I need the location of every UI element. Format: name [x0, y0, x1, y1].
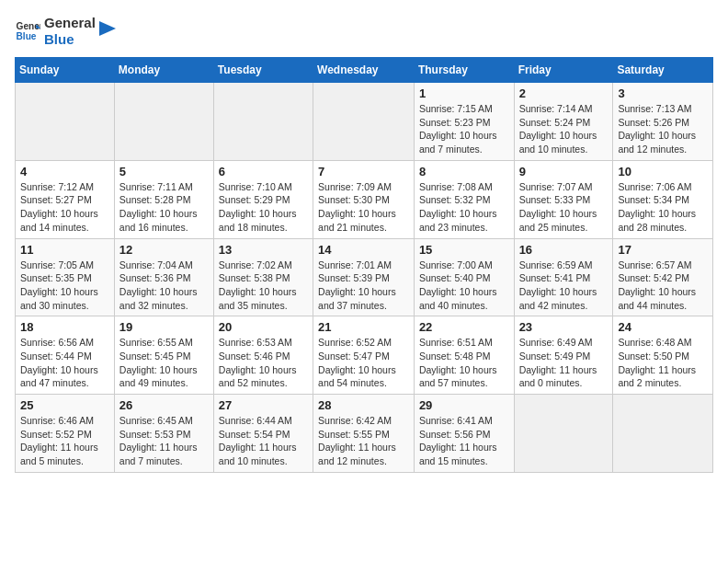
calendar-cell: 5Sunrise: 7:11 AMSunset: 5:28 PMDaylight… [114, 160, 213, 238]
day-number: 14 [318, 243, 409, 257]
day-info: Sunrise: 7:09 AMSunset: 5:30 PMDaylight:… [318, 180, 409, 235]
calendar-week-row: 25Sunrise: 6:46 AMSunset: 5:52 PMDayligh… [16, 395, 713, 473]
calendar-cell [16, 83, 115, 161]
day-number: 8 [419, 165, 509, 178]
calendar-cell [313, 83, 415, 161]
calendar-cell: 7Sunrise: 7:09 AMSunset: 5:30 PMDaylight… [313, 160, 415, 238]
calendar-week-row: 1Sunrise: 7:15 AMSunset: 5:23 PMDaylight… [16, 83, 713, 161]
svg-marker-3 [99, 21, 116, 36]
weekday-header-row: SundayMondayTuesdayWednesdayThursdayFrid… [16, 58, 713, 83]
day-number: 4 [20, 165, 109, 178]
day-info: Sunrise: 7:02 AMSunset: 5:38 PMDaylight:… [219, 259, 308, 313]
day-number: 22 [419, 320, 509, 334]
day-number: 19 [119, 320, 209, 334]
calendar-cell: 17Sunrise: 6:57 AMSunset: 5:42 PMDayligh… [613, 238, 713, 316]
calendar-cell: 3Sunrise: 7:13 AMSunset: 5:26 PMDaylight… [613, 83, 713, 161]
day-number: 1 [419, 86, 509, 100]
day-info: Sunrise: 7:07 AMSunset: 5:33 PMDaylight:… [519, 180, 609, 235]
day-number: 17 [618, 243, 708, 257]
weekday-header-tuesday: Tuesday [213, 58, 313, 83]
calendar-cell: 8Sunrise: 7:08 AMSunset: 5:32 PMDaylight… [414, 160, 514, 238]
logo-blue: Blue [44, 31, 96, 48]
weekday-header-wednesday: Wednesday [313, 58, 415, 83]
logo-flag-icon [99, 21, 116, 41]
day-info: Sunrise: 7:14 AMSunset: 5:24 PMDaylight:… [519, 102, 609, 156]
weekday-header-sunday: Sunday [16, 58, 115, 83]
day-info: Sunrise: 6:49 AMSunset: 5:49 PMDaylight:… [519, 336, 609, 390]
day-info: Sunrise: 7:01 AMSunset: 5:39 PMDaylight:… [318, 259, 409, 313]
day-number: 20 [219, 320, 308, 334]
day-number: 28 [318, 398, 409, 412]
calendar-cell: 13Sunrise: 7:02 AMSunset: 5:38 PMDayligh… [213, 238, 313, 316]
calendar-cell: 6Sunrise: 7:10 AMSunset: 5:29 PMDaylight… [213, 160, 313, 238]
day-info: Sunrise: 6:52 AMSunset: 5:47 PMDaylight:… [318, 336, 409, 390]
calendar-cell: 21Sunrise: 6:52 AMSunset: 5:47 PMDayligh… [313, 316, 415, 395]
calendar-week-row: 11Sunrise: 7:05 AMSunset: 5:35 PMDayligh… [16, 238, 713, 316]
day-number: 5 [119, 165, 209, 178]
calendar-cell: 27Sunrise: 6:44 AMSunset: 5:54 PMDayligh… [213, 395, 313, 473]
calendar-cell [613, 395, 713, 473]
calendar-cell: 22Sunrise: 6:51 AMSunset: 5:48 PMDayligh… [414, 316, 514, 395]
calendar-cell: 29Sunrise: 6:41 AMSunset: 5:56 PMDayligh… [414, 395, 514, 473]
day-number: 18 [20, 320, 109, 334]
day-number: 11 [20, 243, 109, 257]
day-number: 24 [618, 320, 708, 334]
day-info: Sunrise: 6:45 AMSunset: 5:53 PMDaylight:… [119, 414, 209, 468]
day-number: 27 [219, 398, 308, 412]
logo-general: General [44, 15, 96, 31]
calendar-cell [114, 83, 213, 161]
calendar-cell: 15Sunrise: 7:00 AMSunset: 5:40 PMDayligh… [414, 238, 514, 316]
calendar-cell: 10Sunrise: 7:06 AMSunset: 5:34 PMDayligh… [613, 160, 713, 238]
logo: General Blue General Blue [15, 15, 116, 48]
day-number: 21 [318, 320, 409, 334]
weekday-header-thursday: Thursday [414, 58, 514, 83]
day-info: Sunrise: 7:13 AMSunset: 5:26 PMDaylight:… [618, 102, 708, 156]
calendar-week-row: 18Sunrise: 6:56 AMSunset: 5:44 PMDayligh… [16, 316, 713, 395]
calendar-week-row: 4Sunrise: 7:12 AMSunset: 5:27 PMDaylight… [16, 160, 713, 238]
day-number: 13 [219, 243, 308, 257]
day-info: Sunrise: 6:56 AMSunset: 5:44 PMDaylight:… [20, 336, 109, 390]
weekday-header-saturday: Saturday [613, 58, 713, 83]
day-number: 26 [119, 398, 209, 412]
day-number: 6 [219, 165, 308, 178]
day-info: Sunrise: 6:59 AMSunset: 5:41 PMDaylight:… [519, 259, 609, 313]
calendar-cell: 4Sunrise: 7:12 AMSunset: 5:27 PMDaylight… [16, 160, 115, 238]
day-number: 7 [318, 165, 409, 178]
day-number: 10 [618, 165, 708, 178]
calendar-cell: 28Sunrise: 6:42 AMSunset: 5:55 PMDayligh… [313, 395, 415, 473]
day-info: Sunrise: 7:12 AMSunset: 5:27 PMDaylight:… [20, 180, 109, 235]
calendar-cell: 1Sunrise: 7:15 AMSunset: 5:23 PMDaylight… [414, 83, 514, 161]
day-info: Sunrise: 6:53 AMSunset: 5:46 PMDaylight:… [219, 336, 308, 390]
day-number: 12 [119, 243, 209, 257]
day-info: Sunrise: 7:10 AMSunset: 5:29 PMDaylight:… [219, 180, 308, 235]
day-number: 25 [20, 398, 109, 412]
calendar-table: SundayMondayTuesdayWednesdayThursdayFrid… [15, 57, 713, 473]
calendar-cell [514, 395, 613, 473]
page-header: General Blue General Blue [15, 15, 713, 48]
calendar-cell: 12Sunrise: 7:04 AMSunset: 5:36 PMDayligh… [114, 238, 213, 316]
day-number: 16 [519, 243, 609, 257]
day-info: Sunrise: 6:46 AMSunset: 5:52 PMDaylight:… [20, 414, 109, 468]
weekday-header-friday: Friday [514, 58, 613, 83]
day-info: Sunrise: 6:41 AMSunset: 5:56 PMDaylight:… [419, 414, 509, 468]
day-info: Sunrise: 7:15 AMSunset: 5:23 PMDaylight:… [419, 102, 509, 156]
day-info: Sunrise: 6:44 AMSunset: 5:54 PMDaylight:… [219, 414, 308, 468]
day-number: 2 [519, 86, 609, 100]
calendar-cell: 2Sunrise: 7:14 AMSunset: 5:24 PMDaylight… [514, 83, 613, 161]
logo-icon: General Blue [15, 18, 40, 44]
day-number: 9 [519, 165, 609, 178]
calendar-cell: 26Sunrise: 6:45 AMSunset: 5:53 PMDayligh… [114, 395, 213, 473]
calendar-cell: 18Sunrise: 6:56 AMSunset: 5:44 PMDayligh… [16, 316, 115, 395]
day-info: Sunrise: 6:48 AMSunset: 5:50 PMDaylight:… [618, 336, 708, 390]
calendar-cell: 20Sunrise: 6:53 AMSunset: 5:46 PMDayligh… [213, 316, 313, 395]
day-info: Sunrise: 7:06 AMSunset: 5:34 PMDaylight:… [618, 180, 708, 235]
day-number: 29 [419, 398, 509, 412]
day-info: Sunrise: 6:42 AMSunset: 5:55 PMDaylight:… [318, 414, 409, 468]
calendar-cell: 9Sunrise: 7:07 AMSunset: 5:33 PMDaylight… [514, 160, 613, 238]
day-number: 3 [618, 86, 708, 100]
day-info: Sunrise: 6:55 AMSunset: 5:45 PMDaylight:… [119, 336, 209, 390]
calendar-cell: 24Sunrise: 6:48 AMSunset: 5:50 PMDayligh… [613, 316, 713, 395]
day-info: Sunrise: 6:57 AMSunset: 5:42 PMDaylight:… [618, 259, 708, 313]
day-info: Sunrise: 7:05 AMSunset: 5:35 PMDaylight:… [20, 259, 109, 313]
day-info: Sunrise: 7:08 AMSunset: 5:32 PMDaylight:… [419, 180, 509, 235]
